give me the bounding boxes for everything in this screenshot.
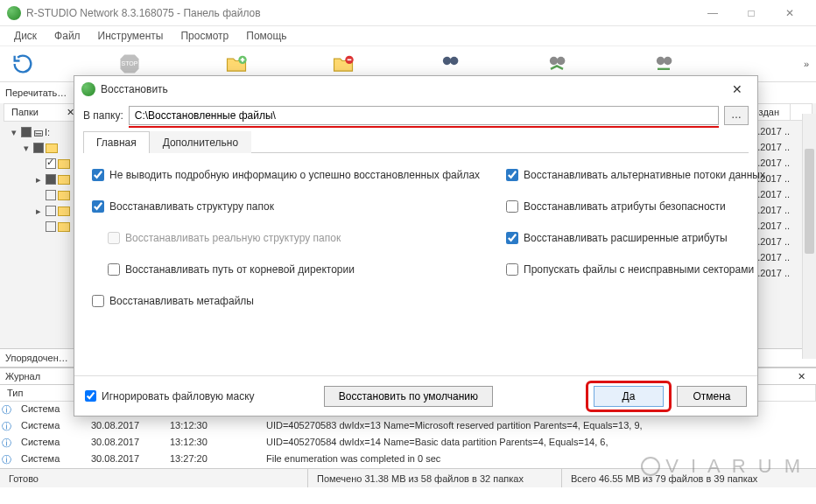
dialog-icon	[81, 82, 95, 96]
save-folder-icon[interactable]	[329, 50, 357, 78]
options-grid: Не выводить подробную информацию о успеш…	[74, 153, 757, 375]
opt-ext-attrs[interactable]: Восстанавливать расширенные атрибуты	[506, 232, 765, 244]
dialog-buttons: Игнорировать файловую маску Восстановить…	[74, 375, 757, 416]
output-folder-row: В папку: …	[74, 102, 757, 130]
dialog-tabs: Главная Дополнительно	[83, 130, 749, 153]
opt-ignore-mask[interactable]: Игнорировать файловую маску	[85, 390, 255, 402]
tab-advanced[interactable]: Дополнительно	[150, 131, 251, 153]
status-bar: Готово Помечено 31.38 MB из 58 файлов в …	[0, 468, 816, 487]
status-total: Всего 46.55 MB из 79 файлов в 39 папках	[562, 469, 816, 487]
opt-root-path[interactable]: Восстанавливать путь от корневой директо…	[108, 263, 480, 276]
close-button[interactable]: ✕	[770, 0, 809, 26]
svg-point-10	[664, 57, 672, 65]
browse-button[interactable]: …	[724, 106, 749, 125]
maximize-button[interactable]: □	[732, 0, 770, 26]
info-icon: ⓘ	[0, 402, 14, 418]
menu-tools[interactable]: Инструменты	[89, 28, 172, 44]
find-prev-icon[interactable]	[650, 50, 678, 78]
menu-view[interactable]: Просмотр	[172, 28, 237, 44]
info-icon: ⓘ	[0, 418, 14, 435]
journal-row: ⓘ Система 30.08.2017 13:27:20 File enume…	[0, 452, 816, 468]
highlight-underline	[129, 126, 719, 128]
col-type[interactable]: Тип	[0, 385, 84, 401]
svg-point-8	[557, 57, 565, 65]
defaults-button[interactable]: Восстановить по умолчанию	[324, 386, 493, 407]
journal-close-icon[interactable]: ✕	[792, 371, 811, 382]
folder-input[interactable]	[129, 106, 719, 125]
cancel-button[interactable]: Отмена	[677, 386, 747, 407]
folder-label: В папку:	[83, 109, 123, 122]
minimize-button[interactable]: —	[693, 0, 732, 26]
svg-point-7	[550, 57, 558, 65]
dialog-title: Восстановить	[101, 83, 724, 95]
menu-disk[interactable]: Диск	[5, 28, 46, 44]
stop-icon[interactable]: STOP	[116, 50, 144, 78]
menu-bar: Диск Файл Инструменты Просмотр Помощь	[0, 26, 816, 46]
dialog-close-icon[interactable]: ✕	[724, 82, 750, 96]
open-folder-icon[interactable]	[222, 50, 250, 78]
refresh-icon[interactable]	[9, 50, 37, 78]
svg-point-9	[657, 57, 665, 65]
find-icon[interactable]	[436, 50, 464, 78]
svg-rect-6	[448, 60, 453, 61]
recover-dialog: Восстановить ✕ В папку: … Главная Дополн…	[74, 75, 758, 416]
status-marked: Помечено 31.38 MB из 58 файлов в 32 папк…	[308, 469, 562, 487]
reread-label[interactable]: Перечитать…	[5, 88, 67, 98]
opt-real-struct: Восстанавливать реальную структуру папок	[108, 232, 480, 244]
menu-file[interactable]: Файл	[46, 28, 89, 44]
dialog-titlebar: Восстановить ✕	[74, 76, 757, 102]
app-icon	[7, 6, 21, 20]
info-icon: ⓘ	[0, 452, 14, 468]
opt-alt-streams[interactable]: Восстанавливать альтернативные потоки да…	[506, 169, 765, 181]
journal-row: ⓘ Система 30.08.2017 13:12:30 UID=405270…	[0, 435, 816, 452]
journal-title: Журнал	[5, 371, 40, 382]
status-ready: Готово	[0, 469, 308, 487]
vertical-scrollbar[interactable]	[802, 114, 816, 359]
opt-metafiles[interactable]: Восстанавливать метафайлы	[92, 295, 480, 307]
opt-sec-attrs[interactable]: Восстанавливать атрибуты безопасности	[506, 200, 765, 213]
opt-folder-struct[interactable]: Восстанавливать структуру папок	[92, 200, 480, 213]
tab-main[interactable]: Главная	[83, 131, 150, 153]
toolbar-overflow-icon[interactable]: »	[804, 59, 809, 69]
opt-no-detailed[interactable]: Не выводить подробную информацию о успеш…	[92, 169, 480, 181]
opt-skip-bad[interactable]: Пропускать файлы с неисправными секторам…	[506, 263, 765, 276]
journal-row: ⓘ Система 30.08.2017 13:12:30 UID=405270…	[0, 418, 816, 435]
main-titlebar: R-STUDIO Network 8.3.168075 - Панель фай…	[0, 0, 816, 26]
folder-tree[interactable]: ▾🖴I: ▾ ▸ ▸	[9, 124, 70, 234]
svg-text:STOP: STOP	[122, 60, 138, 66]
info-icon: ⓘ	[0, 435, 14, 452]
ok-button[interactable]: Да	[594, 386, 664, 407]
find-next-icon[interactable]	[543, 50, 571, 78]
sort-label[interactable]: Упорядочен…	[5, 353, 68, 363]
window-title: R-STUDIO Network 8.3.168075 - Панель фай…	[26, 7, 693, 19]
menu-help[interactable]: Помощь	[237, 28, 295, 44]
folders-header[interactable]: Папки ✕	[4, 103, 82, 122]
ok-highlight: Да	[586, 381, 672, 412]
